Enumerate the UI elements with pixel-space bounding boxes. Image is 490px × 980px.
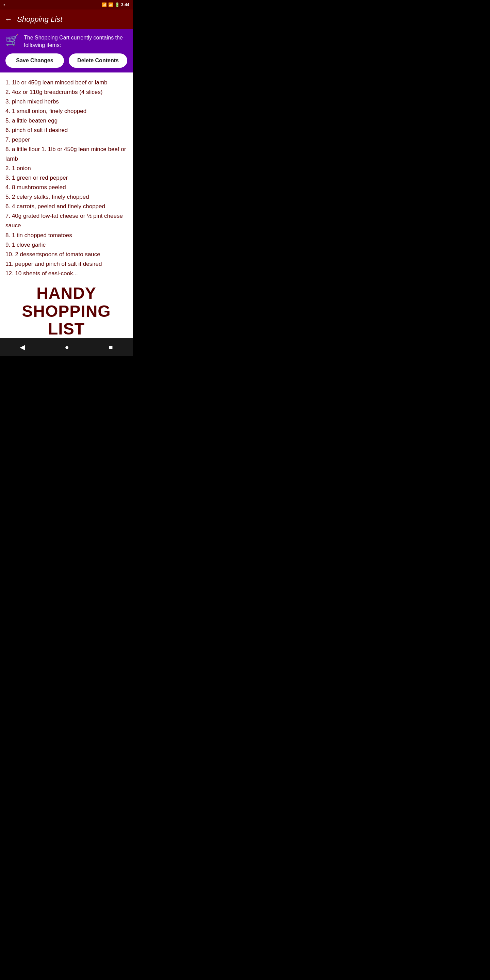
list-item: 4. 8 mushrooms peeled [5, 183, 127, 192]
time-display: 3:44 [121, 2, 129, 7]
list-item: 5. 2 celery stalks, finely chopped [5, 192, 127, 202]
banner-buttons: Save Changes Delete Contents [5, 53, 127, 68]
list-item: 6. 4 carrots, peeled and finely chopped [5, 202, 127, 211]
banner-section: 🛒 The Shopping Cart currently contains t… [0, 29, 133, 73]
page-title: Shopping List [17, 15, 62, 24]
status-left: ▪ [3, 2, 5, 7]
back-button[interactable]: ← [5, 15, 12, 24]
list-item: 3. 1 green or red pepper [5, 173, 127, 183]
status-right: 📶 📶 🔋 3:44 [102, 2, 129, 7]
delete-contents-button[interactable]: Delete Contents [69, 53, 127, 68]
list-item: 7. 40g grated low-fat cheese or ½ pint c… [5, 211, 127, 231]
list-item: 6. pinch of salt if desired [5, 126, 127, 135]
status-bar: ▪ 📶 📶 🔋 3:44 [0, 0, 133, 10]
sim-icon: ▪ [3, 2, 5, 7]
branding-section: HANDY SHOPPING LIST [0, 282, 133, 338]
list-item: 7. pepper [5, 135, 127, 145]
nav-bar: ← Shopping List [0, 10, 133, 29]
bottom-nav: ◀ ● ■ [0, 338, 133, 356]
recents-nav-button[interactable]: ■ [108, 343, 113, 351]
banner-top: 🛒 The Shopping Cart currently contains t… [5, 34, 127, 49]
list-item: 11. pepper and pinch of salt if desired [5, 259, 127, 269]
list-item: 3. pinch mixed herbs [5, 97, 127, 107]
back-nav-button[interactable]: ◀ [20, 343, 25, 351]
list-item: 10. 2 dessertspoons of tomato sauce [5, 250, 127, 259]
battery-icon: 🔋 [115, 2, 120, 7]
list-item: 8. 1 tin chopped tomatoes [5, 231, 127, 240]
save-changes-button[interactable]: Save Changes [5, 53, 64, 68]
signal-icon: 📶 [108, 2, 113, 7]
list-item: 1. 1lb or 450g lean minced beef or lamb [5, 78, 127, 88]
list-item: 4. 1 small onion, finely chopped [5, 107, 127, 116]
list-item: 12. 10 sheets of easi-cook... [5, 269, 127, 278]
list-item: 8. a little flour 1. 1lb or 450g lean mi… [5, 145, 127, 164]
shopping-list: 1. 1lb or 450g lean minced beef or lamb2… [5, 78, 127, 278]
list-item: 9. 1 clove garlic [5, 240, 127, 250]
cart-icon: 🛒 [5, 35, 19, 46]
branding-line2: LIST [0, 320, 133, 338]
branding-line1: HANDY SHOPPING [0, 285, 133, 321]
home-nav-button[interactable]: ● [65, 343, 69, 351]
list-item: 2. 1 onion [5, 164, 127, 173]
list-item: 5. a little beaten egg [5, 116, 127, 126]
wifi-icon: 📶 [102, 2, 107, 7]
banner-message: The Shopping Cart currently contains the… [24, 34, 127, 49]
content-area: 1. 1lb or 450g lean minced beef or lamb2… [0, 73, 133, 282]
list-item: 2. 4oz or 110g breadcrumbs (4 slices) [5, 88, 127, 97]
